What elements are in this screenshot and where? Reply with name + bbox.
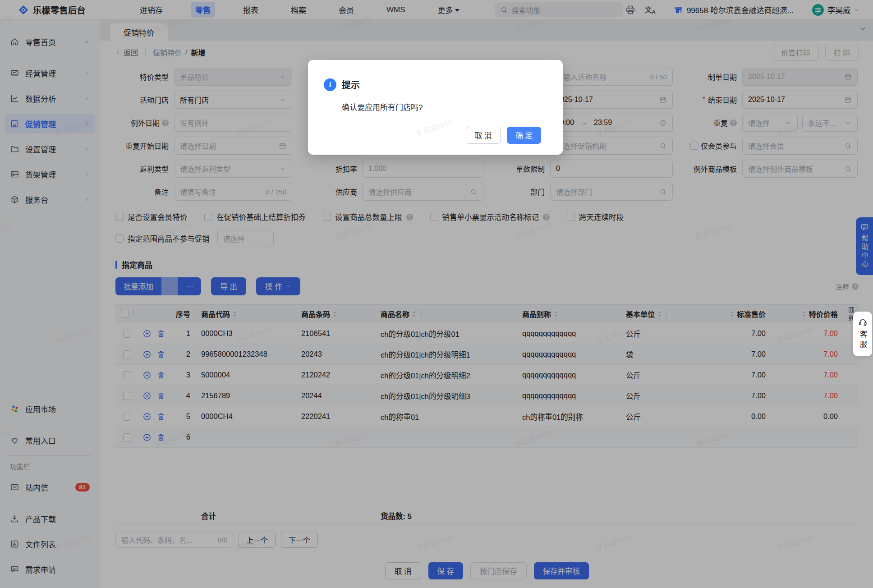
app-window: 乐檬零售后台 进销存零售报表档案会员WMS更多 搜索功能 文A 99658-哈尔…: [0, 0, 873, 588]
dialog-title: 提示: [342, 78, 360, 91]
dialog-confirm-button[interactable]: 确 定: [507, 127, 541, 144]
dialog-message: 确认要应用所有门店吗?: [342, 101, 541, 112]
customer-service-widget[interactable]: 客服: [853, 312, 872, 356]
headset-icon: [858, 317, 868, 327]
dialog-cancel-button[interactable]: 取 消: [466, 127, 501, 144]
confirm-dialog: i 提示 确认要应用所有门店吗? 取 消 确 定: [308, 60, 563, 155]
info-icon: i: [324, 78, 336, 91]
service-label: 客服: [857, 331, 868, 350]
